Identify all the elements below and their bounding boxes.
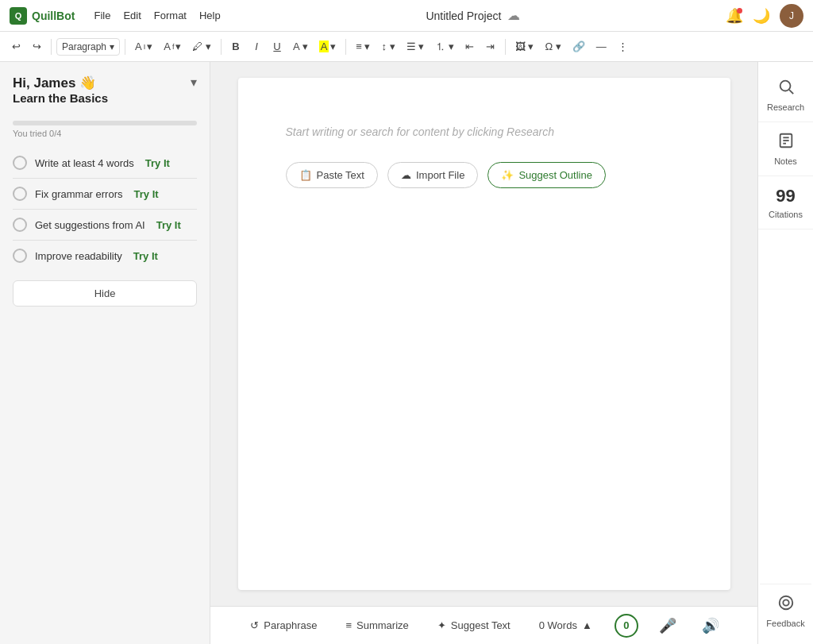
- top-bar-left: Q QuillBot File Edit Format Help: [10, 7, 221, 25]
- paragraph-chevron-icon: ▾: [110, 41, 114, 52]
- link-button[interactable]: 🔗: [568, 37, 590, 56]
- font-color-button[interactable]: A ▾: [288, 37, 313, 56]
- ordered-list-button[interactable]: ⒈ ▾: [430, 37, 459, 57]
- import-file-label: Import File: [416, 169, 464, 181]
- font-bg-button[interactable]: A ▾: [314, 37, 341, 56]
- line-height-button[interactable]: ↕ ▾: [377, 37, 400, 56]
- sidebar-item-research[interactable]: Research: [758, 68, 813, 122]
- formatting-toolbar: ↩ ↪ Paragraph ▾ AI ▾ Af ▾ 🖊 ▾ B I U A ▾ …: [0, 32, 813, 62]
- right-sidebar-bottom: Feedback: [760, 584, 811, 638]
- editor-placeholder: Start writing or search for content by c…: [286, 125, 683, 138]
- paragraph-style-label: Paragraph: [62, 41, 106, 52]
- editor-page[interactable]: Start writing or search for content by c…: [238, 78, 730, 590]
- logo-area[interactable]: Q QuillBot: [10, 7, 75, 25]
- paste-text-icon: 📋: [299, 169, 312, 181]
- menu-help[interactable]: Help: [199, 10, 221, 21]
- paste-text-label: Paste Text: [317, 169, 364, 181]
- try-it-grammar[interactable]: Try It: [134, 188, 159, 200]
- italic-button[interactable]: I: [247, 37, 266, 56]
- top-bar-right: 🔔 🌙 J: [726, 4, 803, 28]
- cloud-save-icon[interactable]: ☁: [507, 8, 520, 23]
- summarize-label: Summarize: [356, 619, 409, 631]
- progress-label: You tried 0/4: [13, 129, 197, 138]
- indent-decrease-button[interactable]: ⇤: [460, 37, 480, 56]
- speaker-button[interactable]: 🔊: [697, 614, 724, 638]
- summarize-button[interactable]: ≡ Summarize: [339, 615, 414, 636]
- suggest-outline-button[interactable]: ✨ Suggest Outline: [487, 162, 606, 188]
- font-style-button[interactable]: Af ▾: [159, 37, 186, 56]
- import-file-button[interactable]: ☁ Import File: [387, 162, 478, 188]
- suggest-text-icon: ✦: [437, 619, 446, 631]
- word-count-chevron-icon: ▲: [582, 619, 592, 631]
- feedback-icon: [777, 594, 795, 615]
- top-bar-center: Untitled Project ☁: [426, 8, 520, 23]
- menu-format[interactable]: Format: [154, 10, 187, 21]
- highlight-button[interactable]: 🖊 ▾: [187, 37, 216, 56]
- suggest-outline-icon: ✨: [501, 169, 514, 181]
- font-size-button[interactable]: AI ▾: [130, 37, 157, 56]
- right-sidebar: Research Notes 99 Citations Feedback: [757, 62, 813, 644]
- dark-mode-icon[interactable]: 🌙: [753, 7, 770, 25]
- sidebar-header: Hi, James 👋 Learn the Basics ▾: [13, 75, 197, 114]
- editor-actions: 📋 Paste Text ☁ Import File ✨ Suggest Out…: [286, 162, 683, 188]
- divider-button[interactable]: —: [591, 37, 611, 56]
- speaker-icon: 🔊: [702, 618, 719, 634]
- menu-file[interactable]: File: [94, 10, 110, 21]
- citations-label: Citations: [769, 210, 803, 219]
- progress-bar-container: [13, 121, 197, 125]
- svg-point-6: [783, 600, 788, 605]
- special-char-button[interactable]: Ω ▾: [541, 37, 566, 56]
- feedback-label: Feedback: [766, 619, 804, 628]
- word-count-button[interactable]: 0 Words ▲: [533, 616, 599, 634]
- main-layout: Hi, James 👋 Learn the Basics ▾ You tried…: [0, 62, 813, 644]
- left-sidebar: Hi, James 👋 Learn the Basics ▾ You tried…: [0, 62, 210, 644]
- more-options-button[interactable]: ⋮: [613, 37, 633, 56]
- task-item-write: Write at least 4 words Try It: [13, 148, 197, 179]
- toolbar-separator-5: [505, 39, 506, 55]
- word-count-text: 0 Words: [539, 619, 577, 631]
- microphone-button[interactable]: 🎤: [654, 614, 681, 638]
- toolbar-separator-2: [125, 39, 125, 55]
- paragraph-style-select[interactable]: Paragraph ▾: [56, 38, 120, 56]
- image-button[interactable]: 🖼 ▾: [511, 37, 539, 56]
- notification-bell[interactable]: 🔔: [726, 7, 743, 25]
- notes-label: Notes: [774, 156, 797, 166]
- menu-edit[interactable]: Edit: [123, 10, 141, 21]
- try-it-ai[interactable]: Try It: [156, 219, 181, 231]
- list-button[interactable]: ☰ ▾: [402, 37, 430, 56]
- task-check-readability: [13, 249, 27, 263]
- suggest-text-button[interactable]: ✦ Suggest Text: [431, 615, 517, 636]
- task-text-grammar: Fix grammar errors: [35, 188, 123, 200]
- word-count-circle[interactable]: 0: [615, 614, 638, 638]
- sidebar-item-citations[interactable]: 99 Citations: [758, 176, 813, 229]
- hide-button[interactable]: Hide: [13, 280, 197, 307]
- paraphrase-button[interactable]: ↺ Paraphrase: [244, 615, 323, 636]
- align-button[interactable]: ≡ ▾: [351, 37, 375, 56]
- indent-increase-button[interactable]: ⇥: [481, 37, 500, 56]
- bold-button[interactable]: B: [226, 37, 245, 56]
- notification-dot: [737, 8, 742, 13]
- menu-items: File Edit Format Help: [94, 10, 220, 21]
- sidebar-greeting: Hi, James 👋: [13, 75, 108, 91]
- top-bar: Q QuillBot File Edit Format Help Untitle…: [0, 0, 813, 32]
- quillbot-logo-icon: Q: [10, 7, 27, 25]
- project-title[interactable]: Untitled Project: [426, 10, 501, 22]
- collapse-button[interactable]: ▾: [191, 75, 197, 90]
- toolbar-separator-1: [51, 39, 52, 55]
- svg-line-1: [789, 90, 793, 94]
- try-it-readability[interactable]: Try It: [133, 250, 158, 262]
- toolbar-separator-4: [345, 39, 346, 55]
- avatar-initials: J: [789, 10, 794, 21]
- notes-icon: [777, 132, 795, 153]
- underline-button[interactable]: U: [268, 37, 287, 56]
- task-item-ai: Get suggestions from AI Try It: [13, 210, 197, 241]
- task-check-write: [13, 156, 27, 170]
- sidebar-item-notes[interactable]: Notes: [758, 122, 813, 176]
- try-it-write[interactable]: Try It: [145, 157, 170, 169]
- redo-button[interactable]: ↪: [27, 37, 46, 56]
- user-avatar[interactable]: J: [780, 4, 803, 28]
- paste-text-button[interactable]: 📋 Paste Text: [286, 162, 378, 188]
- undo-button[interactable]: ↩: [6, 37, 25, 56]
- task-check-grammar: [13, 187, 27, 201]
- sidebar-item-feedback[interactable]: Feedback: [760, 584, 811, 638]
